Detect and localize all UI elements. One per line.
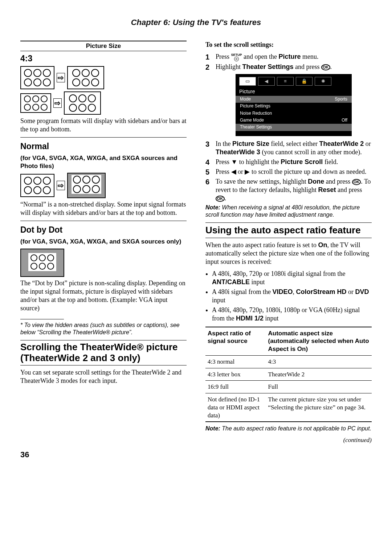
caption-normal: “Normal” is a non-stretched display. Som…	[20, 200, 187, 217]
arrow-icon: ⇨	[57, 181, 65, 190]
autoaspect-intro: When the auto aspect ratio feature is se…	[205, 241, 372, 266]
picture-size-header: Picture Size	[20, 41, 187, 51]
list-item: A 480i, 480p, 720p or 1080i digital sign…	[212, 270, 372, 286]
chapter-title: Chapter 6: Using the TV's features	[20, 17, 372, 28]
table-header: Automatic aspect size (automatically sel…	[266, 327, 372, 356]
step-3: In the Picture Size field, select either…	[205, 140, 372, 156]
menu-title: Picture	[236, 88, 352, 96]
page-number: 36	[20, 450, 372, 460]
table-row: Not defined (no ID-1 data or HDMI aspect…	[205, 393, 372, 422]
table-row: 4:3 letter boxTheaterWide 2	[205, 368, 372, 381]
autoaspect-bullets: A 480i, 480p, 720p or 1080i digital sign…	[212, 270, 372, 323]
step-1: Press SETUP and open the Picture menu.	[205, 53, 372, 61]
table-row: 16:9 fullFull	[205, 381, 372, 393]
menu-tab-audio-icon: ◀	[258, 77, 275, 86]
heading-dotbydot: Dot by Dot	[20, 225, 187, 235]
ok-icon: OK	[321, 64, 330, 70]
step-2: Highlight Theater Settings and press OK.…	[205, 63, 372, 136]
left-column: Picture Size 4:3 ⇨ ⇨	[20, 41, 187, 444]
menu-row: ModeSports	[236, 96, 352, 103]
sub-dotbydot: (for VGA, SVGA, XGA, WXGA, and SXGA sour…	[20, 238, 187, 246]
menu-row: Picture Settings	[236, 103, 352, 110]
illustration-normal: ⇨	[20, 173, 187, 198]
step-4: Press ▼ to highlight the Picture Scroll …	[205, 158, 372, 166]
arrow-icon: ⇨	[57, 73, 65, 82]
heading-4-3: 4:3	[20, 53, 187, 64]
ok-icon: OK	[216, 196, 225, 202]
footnote: * To view the hidden areas (such as subt…	[20, 322, 187, 336]
note-autoaspect: Note: The auto aspect ratio feature is n…	[205, 425, 372, 432]
table-header: Aspect ratio of signal source	[205, 327, 266, 356]
menu-tab-settings-icon: ✺	[315, 77, 331, 86]
note-scroll: Note: When receiving a signal at 480i re…	[205, 204, 372, 219]
heading-autoaspect: Using the auto aspect ratio feature	[205, 222, 372, 238]
illustration-4-3: ⇨ ⇨	[20, 66, 187, 115]
heading-setscroll: To set the scroll settings:	[205, 41, 372, 49]
steps-list: Press SETUP and open the Picture menu. H…	[205, 53, 372, 203]
heading-scrolling: Scrolling the TheaterWide® picture (Thea…	[20, 340, 187, 365]
ok-icon: OK	[352, 179, 361, 185]
menu-row: Theater Settings	[236, 124, 352, 131]
list-item: A 480i signal from the VIDEO, ColorStrea…	[212, 288, 372, 304]
right-column: To set the scroll settings: Press SETUP …	[205, 41, 372, 444]
caption-4-3: Some program formats will display with s…	[20, 117, 187, 134]
menu-tab-picture-icon: ▭	[239, 77, 256, 86]
menu-row: Game ModeOff	[236, 117, 352, 124]
step-5: Press ◀ or ▶ to scroll the picture up an…	[205, 168, 372, 176]
setup-menu-icon: SETUP	[231, 53, 242, 61]
continued-label: (continued)	[205, 436, 372, 444]
menu-tab-lock-icon: 🔒	[296, 77, 313, 86]
illustration-dotbydot	[20, 249, 187, 277]
menu-tab-setup-icon: ≡	[277, 77, 294, 86]
list-item: A 480i, 480p, 720p, 1080i, 1080p or VGA …	[212, 306, 372, 323]
caption-scrolling: You can set separate scroll settings for…	[20, 368, 187, 385]
aspect-table: Aspect ratio of signal source Automatic …	[205, 327, 372, 422]
heading-normal: Normal	[20, 141, 187, 152]
arrow-icon: ⇨	[53, 98, 62, 108]
caption-dotbydot: The “Dot by Dot” picture is non-scaling …	[20, 279, 187, 312]
menu-row: Noise Reduction	[236, 110, 352, 117]
picture-menu-screenshot: ▭ ◀ ≡ 🔒 ✺ Picture ModeSports Picture Set…	[236, 74, 352, 136]
sub-normal: (for VGA, SVGA, XGA, WXGA, and SXGA sour…	[20, 154, 187, 170]
table-row: 4:3 normal4:3	[205, 355, 372, 368]
step-6: To save the new settings, highlight Done…	[205, 177, 372, 203]
